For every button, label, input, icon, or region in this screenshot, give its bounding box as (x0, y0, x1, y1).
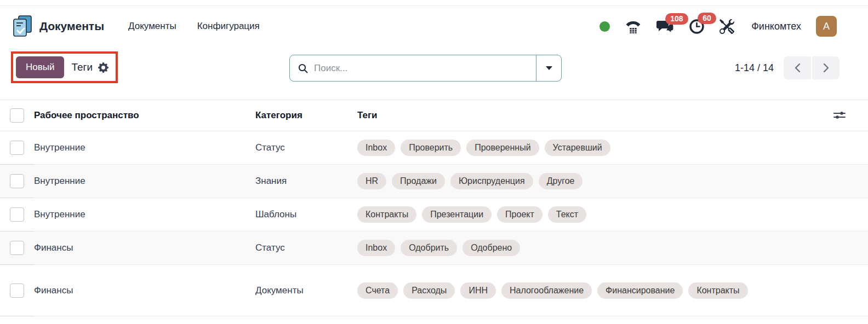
new-button[interactable]: Новый (16, 56, 64, 78)
category-cell: Документы (255, 285, 304, 296)
voip-phone-button[interactable] (625, 19, 642, 33)
row-checkbox[interactable] (10, 207, 24, 222)
pager-range: 1-14 / 14 (735, 62, 774, 74)
table-row[interactable]: Внутренние Статус InboxПроверитьПроверен… (0, 131, 868, 165)
tag-pill: Проверить (401, 140, 461, 156)
tag-pill: Юриспруденция (450, 173, 533, 189)
tags-cell: HRПродажиЮриспруденцияДругое (357, 165, 824, 198)
row-checkbox[interactable] (10, 141, 24, 155)
workspace-cell: Финансы (34, 285, 73, 296)
row-trailing-cell (824, 232, 868, 265)
header-workspace[interactable]: Рабочее пространство (34, 100, 255, 131)
workspace-cell: Внутренние (34, 142, 85, 153)
documents-app-icon[interactable] (12, 14, 33, 38)
tag-pill: Финансирование (597, 282, 683, 299)
phone-icon (625, 19, 642, 33)
activities-button[interactable]: 60 (689, 19, 705, 34)
table-row[interactable]: Внутренние Шаблоны КонтрактыПрезентацииП… (0, 198, 868, 232)
pager-next-button[interactable] (812, 56, 840, 79)
tools-icon (719, 19, 734, 34)
row-trailing-cell (824, 265, 868, 316)
chevron-down-icon (546, 66, 552, 70)
pager-buttons (784, 56, 840, 79)
row-trailing-cell (824, 165, 868, 198)
tag-pill: Inbox (357, 240, 395, 256)
tag-pill: Одобрено (462, 240, 520, 256)
tag-pill: Устаревший (545, 140, 610, 156)
tag-pill: Контракты (357, 206, 416, 223)
category-cell: Статус (255, 142, 285, 153)
breadcrumb: Теги (71, 61, 108, 73)
activities-badge: 60 (698, 13, 716, 24)
row-trailing-cell (824, 131, 868, 165)
search-input-area (290, 55, 536, 81)
tags-cell: КонтрактыПрезентацииПроектТекст (357, 198, 824, 232)
row-checkbox-cell (0, 131, 34, 165)
nav-menus: Документы Конфигурация (128, 21, 260, 32)
tag-pill: Проверенный (466, 140, 539, 156)
tag-pill: Презентации (422, 206, 492, 223)
table-row[interactable]: Финансы Статус InboxОдобритьОдобрено (0, 232, 868, 265)
tag-pill: Текст (548, 206, 586, 223)
category-cell: Шаблоны (255, 209, 296, 220)
workspace-cell: Внутренние (34, 209, 85, 220)
table-row[interactable]: Финансы Документы СчетаРасходыИНННалогоо… (0, 265, 868, 316)
online-status-dot (599, 21, 610, 32)
messages-button[interactable]: 108 (656, 19, 674, 34)
tags-cell: InboxПроверитьПроверенныйУстаревший (357, 131, 824, 165)
search-icon (298, 63, 309, 74)
user-avatar[interactable]: A (816, 16, 837, 37)
tag-pill: HR (357, 173, 386, 189)
app-title: Документы (39, 20, 104, 33)
header-tags[interactable]: Теги (357, 100, 824, 131)
tag-pill: Другое (539, 173, 583, 189)
header-checkbox-cell (0, 100, 34, 131)
annotation-highlight-box: Новый Теги (11, 51, 118, 83)
pager: 1-14 / 14 (735, 56, 840, 79)
search-filter-dropdown[interactable] (536, 55, 561, 81)
header-category[interactable]: Категория (255, 100, 357, 131)
tags-cell: InboxОдобритьОдобрено (357, 232, 824, 265)
search-input[interactable] (314, 63, 536, 74)
tags-cell: СчетаРасходыИНННалогооблажениеФинансиров… (357, 265, 824, 316)
menu-documents[interactable]: Документы (128, 21, 176, 32)
category-cell: Знания (255, 176, 287, 187)
menu-configuration[interactable]: Конфигурация (197, 21, 260, 32)
row-checkbox[interactable] (10, 241, 24, 255)
sliders-icon (833, 110, 846, 121)
chevron-right-icon (823, 63, 830, 73)
tag-pill: Inbox (357, 140, 395, 156)
tags-list-table: Рабочее пространство Категория Теги Внут… (0, 100, 868, 316)
company-name[interactable]: Финкомтех (751, 21, 801, 32)
row-checkbox-cell (0, 198, 34, 232)
tag-pill: Одобрить (401, 240, 457, 256)
tag-pill: Расходы (403, 282, 455, 299)
tag-pill: Проект (497, 206, 542, 223)
row-checkbox-cell (0, 232, 34, 265)
pager-prev-button[interactable] (784, 56, 811, 79)
tag-pill: ИНН (460, 282, 496, 299)
systray: 108 60 Финкомтех A (599, 16, 837, 37)
tag-pill: Налогооблажение (501, 282, 592, 299)
tag-pill: Контракты (688, 282, 747, 299)
optional-columns-button[interactable] (824, 100, 868, 131)
debug-tools-button[interactable] (719, 19, 734, 34)
messages-badge: 108 (665, 13, 688, 25)
control-bar: Новый Теги 1-14 / 14 (0, 47, 868, 100)
chevron-left-icon (794, 63, 801, 73)
row-checkbox-cell (0, 165, 34, 198)
table-body: Внутренние Статус InboxПроверитьПроверен… (0, 131, 868, 316)
row-checkbox[interactable] (10, 284, 24, 298)
table-header-row: Рабочее пространство Категория Теги (0, 100, 868, 131)
category-cell: Статус (255, 242, 285, 253)
workspace-cell: Внутренние (34, 176, 85, 187)
row-trailing-cell (824, 198, 868, 232)
row-checkbox[interactable] (10, 174, 24, 188)
breadcrumb-label: Теги (71, 61, 93, 73)
select-all-checkbox[interactable] (10, 108, 24, 123)
table-row[interactable]: Внутренние Знания HRПродажиЮриспруденция… (0, 165, 868, 198)
gear-icon[interactable] (98, 62, 108, 73)
top-navbar: Документы Документы Конфигурация 108 (0, 6, 868, 47)
tag-pill: Продажи (392, 173, 445, 189)
workspace-cell: Финансы (34, 242, 73, 253)
